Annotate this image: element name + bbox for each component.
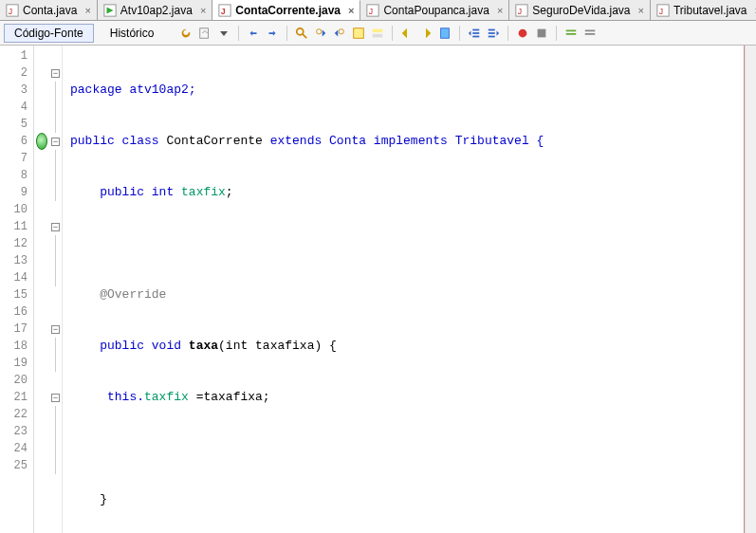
tab-label: Tributavel.java (673, 4, 747, 17)
svg-rect-27 (473, 32, 480, 34)
tab-conta[interactable]: J Conta.java × (0, 0, 98, 20)
refresh-icon[interactable] (177, 25, 194, 42)
code-text: (int taxafixa) { (218, 339, 337, 353)
code-text: public int (70, 185, 181, 199)
toolbar-separator (459, 26, 460, 41)
svg-rect-21 (373, 28, 383, 32)
toolbar-separator (556, 26, 557, 41)
macro-stop-icon[interactable] (533, 25, 550, 42)
svg-text:J: J (518, 6, 522, 15)
code-text: public void (70, 339, 189, 353)
svg-rect-32 (489, 35, 495, 37)
svg-text:J: J (659, 6, 663, 15)
java-file-icon: J (6, 4, 19, 17)
subtab-history[interactable]: Histórico (100, 24, 165, 43)
find-prev-icon[interactable] (312, 25, 329, 42)
code-text: @Override (70, 287, 166, 302)
find-next-icon[interactable] (331, 25, 348, 42)
code-text: } (70, 492, 107, 506)
tab-atv10ap2[interactable]: Atv10ap2.java × (98, 0, 213, 20)
svg-point-18 (340, 28, 344, 33)
svg-marker-17 (323, 29, 326, 36)
code-text: this. (70, 390, 144, 404)
java-main-icon (103, 4, 117, 17)
svg-text:J: J (9, 6, 12, 15)
nav-fwd-icon[interactable] (417, 25, 434, 42)
tab-contacorrente[interactable]: J ContaCorrente.java × (212, 0, 360, 20)
svg-rect-35 (538, 28, 546, 37)
svg-marker-24 (426, 28, 431, 38)
tab-label: ContaPoupanca.java (383, 4, 489, 17)
highlight-icon[interactable] (350, 25, 367, 42)
tab-label: ContaCorrente.java (235, 4, 341, 17)
svg-marker-13 (220, 31, 228, 36)
svg-line-15 (303, 33, 306, 37)
java-file-icon: J (515, 4, 528, 17)
editor-subtabs: Código-Fonte Histórico (0, 21, 756, 46)
tab-tributavel[interactable]: J Tributavel.java × (651, 0, 756, 20)
uncomment-icon[interactable] (581, 25, 599, 42)
shift-right-icon[interactable] (485, 25, 502, 42)
tab-contapoupanca[interactable]: J ContaPoupanca.java × (360, 0, 509, 20)
redo-icon[interactable] (264, 25, 281, 42)
svg-point-14 (297, 28, 304, 34)
subtab-source[interactable]: Código-Fonte (4, 24, 94, 43)
code-text: public class (70, 134, 166, 148)
svg-point-16 (317, 28, 322, 33)
svg-rect-37 (566, 33, 577, 35)
java-file-icon: J (656, 4, 670, 17)
tab-segurodevida[interactable]: J SeguroDeVida.java × (509, 0, 651, 20)
java-file-icon: J (218, 4, 231, 17)
find-icon[interactable] (293, 25, 310, 42)
code-text: taxfix (181, 185, 226, 199)
editor-toolbar (177, 25, 599, 42)
marker-column (34, 46, 49, 533)
fold-toggle[interactable]: − (51, 394, 60, 402)
toggle-highlight-icon[interactable] (369, 25, 386, 42)
undo-icon[interactable] (245, 25, 262, 42)
nav-back-icon[interactable] (398, 25, 415, 42)
tab-label: Atv10ap2.java (120, 4, 193, 17)
tab-label: Conta.java (23, 4, 77, 17)
override-marker-icon[interactable] (36, 133, 47, 150)
code-area[interactable]: package atv10ap2; public class ContaCorr… (63, 46, 745, 533)
file-tabs: J Conta.java × Atv10ap2.java × J ContaCo… (0, 0, 756, 21)
svg-text:J: J (221, 7, 226, 16)
fold-toggle[interactable]: − (51, 325, 60, 334)
svg-marker-23 (402, 28, 407, 38)
comment-icon[interactable] (562, 25, 580, 42)
java-file-icon: J (366, 4, 379, 17)
svg-text:J: J (369, 6, 373, 15)
svg-rect-28 (473, 35, 480, 37)
toolbar-separator (392, 26, 393, 41)
code-text: taxfix (144, 390, 189, 404)
toolbar-separator (238, 26, 239, 41)
toolbar-separator (286, 26, 287, 41)
fold-toggle[interactable]: − (51, 69, 60, 78)
fold-column: −−−−− (49, 46, 63, 533)
shift-left-icon[interactable] (466, 25, 483, 42)
tab-label: SeguroDeVida.java (532, 4, 630, 17)
code-text: =taxafixa; (189, 390, 270, 404)
fold-toggle[interactable]: − (51, 138, 60, 146)
close-icon[interactable]: × (348, 5, 354, 16)
code-text: ContaCorrente (166, 134, 262, 148)
close-icon[interactable]: × (638, 5, 644, 16)
svg-rect-25 (441, 28, 450, 38)
svg-rect-39 (585, 33, 596, 35)
macro-record-icon[interactable] (514, 25, 531, 42)
dropdown-icon[interactable] (215, 25, 232, 42)
code-editor[interactable]: 1234567891011121314151617181920212223242… (0, 46, 756, 533)
bookmark-icon[interactable] (436, 25, 453, 42)
fold-toggle[interactable]: − (51, 223, 60, 231)
code-text: ; (226, 185, 233, 199)
close-icon[interactable]: × (84, 5, 90, 16)
close-icon[interactable]: × (497, 5, 503, 16)
svg-rect-30 (489, 28, 495, 30)
export-icon[interactable] (196, 25, 213, 42)
line-number-gutter: 1234567891011121314151617181920212223242… (0, 46, 34, 533)
svg-rect-31 (489, 32, 495, 34)
close-icon[interactable]: × (200, 5, 206, 16)
error-stripe[interactable] (745, 46, 756, 533)
code-text: package atv10ap2; (70, 83, 196, 97)
